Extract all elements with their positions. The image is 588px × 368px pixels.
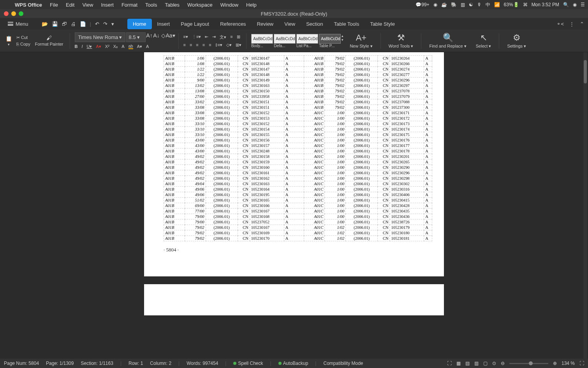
open-icon[interactable]: 📂 <box>42 21 48 27</box>
tab-insert[interactable]: Insert <box>152 19 176 29</box>
menu-format[interactable]: Format <box>118 2 141 8</box>
menu-edit[interactable]: Edit <box>62 2 78 8</box>
table-row[interactable]: A01B13/08(2006.01)CN105230150AA01B79/02(… <box>164 88 432 94</box>
table-row[interactable]: A01B1/08(2006.01)CN105230148AA01B79/02(2… <box>164 61 432 67</box>
align-left-button[interactable]: ≡ <box>183 42 186 48</box>
table-row[interactable]: A01B1/22(2006.01)CN105230148AA01B79/02(2… <box>164 72 432 78</box>
increase-indent-button[interactable]: ⇥ <box>212 34 216 40</box>
tab-section[interactable]: Section <box>301 19 328 29</box>
app-switcher-icon[interactable]: ⌘ <box>523 2 528 7</box>
adobe-cc-icon[interactable]: ◉ <box>433 2 437 7</box>
document-table[interactable]: A01B1/06(2006.01)CN105230147AA01B79/02(2… <box>164 55 432 241</box>
table-row[interactable]: A01B33/10(2006.01)CN105230155AA01C1/00(2… <box>164 132 432 138</box>
app-name[interactable]: WPS Office <box>11 2 46 8</box>
ime-icon[interactable]: 中 <box>486 2 490 8</box>
menu-tables[interactable]: Tables <box>161 2 183 8</box>
word-tools-button[interactable]: ⚒Word Tools ▾ <box>386 33 417 49</box>
mic-icon[interactable]: 🎙 <box>477 2 482 7</box>
table-row[interactable]: A01B79/02(2006.01)CN105230170AA01C1/02(2… <box>164 236 432 241</box>
table-row[interactable]: A01B49/02(2006.01)CN105230159AA01C1/00(2… <box>164 159 432 165</box>
new-style-button[interactable]: A+New Style ▾ <box>347 33 376 49</box>
align-right-button[interactable]: ≡ <box>196 42 198 48</box>
tab-review[interactable]: Review <box>252 19 279 29</box>
clock[interactable]: Mon 3:52 PM <box>532 2 559 7</box>
minimize-window-button[interactable] <box>11 11 16 16</box>
quick-print-icon[interactable]: 📄 <box>80 21 86 27</box>
menu-workspace[interactable]: Workspace <box>183 2 217 8</box>
style-gallery-scroll[interactable]: ▴▾ <box>342 34 343 42</box>
notification-center-icon[interactable]: ☰ <box>581 2 585 7</box>
dropdown-icon[interactable]: ▾ <box>111 21 114 27</box>
table-row[interactable]: A01B49/06(2006.01)CN105230164AA01C1/00(2… <box>164 187 432 192</box>
line-spacing-button[interactable]: ‡≡▾ <box>215 42 223 48</box>
print-preview-icon[interactable]: 🗗 <box>62 21 67 27</box>
paste-group[interactable]: 📋 ▾ <box>4 35 13 46</box>
tab-table-style[interactable]: Table Style <box>364 19 400 29</box>
table-row[interactable]: A01B33/10(2006.01)CN105230154AA01C1/00(2… <box>164 127 432 132</box>
italic-button[interactable]: I <box>81 44 83 49</box>
tray-icon[interactable]: ☕ <box>441 2 447 7</box>
phonetic-button[interactable]: A <box>121 44 124 49</box>
siri-icon[interactable]: ◉ <box>573 2 577 7</box>
menu-button[interactable]: Menu <box>4 21 32 27</box>
find-replace-button[interactable]: 🔍Find and Replace ▾ <box>426 33 469 48</box>
table-row[interactable]: A01B1/22(2006.01)CN105230147AA01B79/02(2… <box>164 67 432 72</box>
table-row[interactable]: A01B49/02(2006.01)CN105230160AA01C1/00(2… <box>164 165 432 170</box>
table-row[interactable]: A01B33/08(2006.01)CN105230153AA01C1/00(2… <box>164 116 432 121</box>
style-body[interactable]: AaBbCcDdBody... <box>251 34 273 48</box>
bold-button[interactable]: B <box>75 44 78 49</box>
tab-table-tools[interactable]: Table Tools <box>329 19 365 29</box>
table-row[interactable]: A01B33/10(2006.01)CN105230152AA01C1/00(2… <box>164 121 432 127</box>
display-icon[interactable]: ▥ <box>461 2 465 7</box>
table-row[interactable]: A01B43/00(2006.01)CN105230156AA01C1/00(2… <box>164 138 432 143</box>
font-color-button[interactable]: A▾ <box>96 44 101 49</box>
menu-insert[interactable]: Insert <box>97 2 118 8</box>
change-case-icon[interactable]: Aa▾ <box>167 32 174 39</box>
table-row[interactable]: A01B1/06(2006.01)CN105230147AA01B79/02(2… <box>164 56 432 61</box>
table-row[interactable]: A01B43/00(2006.01)CN105230157AA01C1/00(2… <box>164 143 432 149</box>
share-icon[interactable]: ⚬< <box>556 21 564 27</box>
save-icon[interactable]: 💾 <box>52 21 58 27</box>
table-row[interactable]: A01B69/00(2006.01)CN105230166AA01C1/00(2… <box>164 203 432 209</box>
distribute-button[interactable]: ≡ <box>209 42 211 48</box>
document-page[interactable]: A01B1/06(2006.01)CN105230147AA01B79/02(2… <box>144 52 444 276</box>
table-row[interactable]: A01B49/02(2006.01)CN105230162AA01C1/00(2… <box>164 176 432 181</box>
collapse-ribbon-icon[interactable]: ⌃ <box>580 21 584 27</box>
align-center-button[interactable]: ≡ <box>190 42 192 48</box>
spotlight-icon[interactable]: 🔍 <box>563 2 569 7</box>
text-direction-button[interactable]: 文▾ <box>220 34 226 40</box>
format-painter-button[interactable]: 🖌 Format Painter <box>33 35 65 46</box>
table-row[interactable]: A01B51/02(2006.01)CN105230165AA01C1/00(2… <box>164 198 432 203</box>
grow-font-icon[interactable]: A↑ <box>146 32 153 39</box>
print-icon[interactable]: 🖨 <box>71 21 76 27</box>
justify-button[interactable]: ≡ <box>202 42 205 48</box>
settings-button[interactable]: ⚙Settings ▾ <box>504 33 529 49</box>
battery-icon[interactable]: 63% 🔋 <box>504 2 519 7</box>
decrease-indent-button[interactable]: ⇤ <box>205 34 208 40</box>
tab-references[interactable]: References <box>215 19 251 29</box>
menu-window[interactable]: Window <box>217 2 242 8</box>
table-row[interactable]: A01B79/00(2006.01)CN105230168AA01C1/00(2… <box>164 214 432 219</box>
sync-icon[interactable]: ☯ <box>469 2 473 7</box>
borders-button[interactable]: ⊞▾ <box>236 42 241 48</box>
menu-tools[interactable]: Tools <box>141 2 161 8</box>
next-page[interactable] <box>144 284 444 315</box>
table-row[interactable]: A01B79/02(2006.01)CN105230167AA01C1/02(2… <box>164 225 432 230</box>
more-icon[interactable]: ⋮ <box>569 21 574 27</box>
table-row[interactable]: A01B33/08(2006.01)CN105230152AA01C1/00(2… <box>164 110 432 116</box>
evernote-icon[interactable]: 🐘 <box>451 2 457 7</box>
tab-home[interactable]: Home <box>127 19 152 29</box>
vertical-scrollbar[interactable] <box>583 52 587 359</box>
font-size-select[interactable]: 8.5 ▾ <box>126 32 146 42</box>
highlight-button[interactable]: A▾ <box>137 44 142 49</box>
select-button[interactable]: ↖Select ▾ <box>473 33 495 49</box>
table-row[interactable]: A01B43/00(2006.01)CN105230248AA01C1/00(2… <box>164 149 432 154</box>
style-table[interactable]: AaBbCcDdTable P... <box>319 34 341 48</box>
table-row[interactable]: A01B79/00(2006.01)CN105237052AA01C1/00(2… <box>164 219 432 225</box>
cut-button[interactable]: ✂ Cut <box>16 35 30 40</box>
copy-button[interactable]: ⎘ Copy <box>16 42 30 46</box>
align-text-button[interactable]: ≡ <box>230 34 232 40</box>
style-default[interactable]: AaBbCcDdDefa... <box>274 34 296 48</box>
numbering-button[interactable]: ⋮≡▾ <box>192 34 201 40</box>
shrink-font-icon[interactable]: A↓ <box>153 32 160 39</box>
